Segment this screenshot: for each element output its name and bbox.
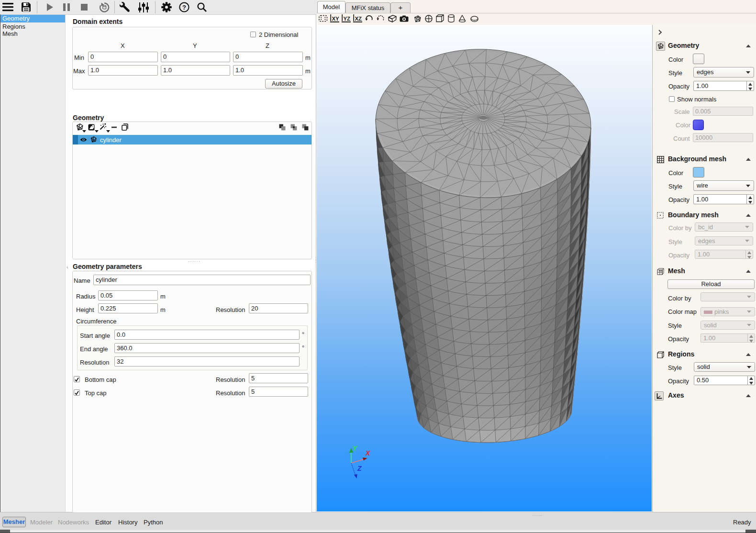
- svg-text:Y: Y: [353, 444, 358, 452]
- svg-text:X: X: [365, 449, 371, 457]
- svg-text:XZ: XZ: [355, 16, 362, 22]
- svg-text:?: ?: [182, 4, 186, 11]
- svg-text:YZ: YZ: [343, 16, 350, 22]
- svg-text:Z: Z: [357, 465, 362, 472]
- svg-text:XY: XY: [332, 16, 339, 22]
